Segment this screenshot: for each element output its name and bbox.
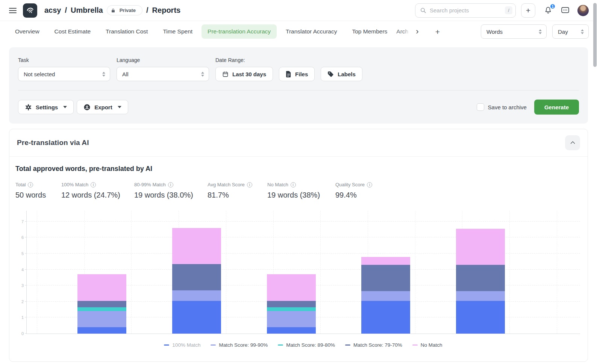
breadcrumb-section[interactable]: Reports <box>152 6 181 15</box>
lock-icon <box>111 8 115 13</box>
panel-divider <box>18 90 579 91</box>
legend-item-match-score-79-70[interactable]: Match Score: 79-70% <box>345 342 402 348</box>
messages-button[interactable] <box>561 6 570 14</box>
y-axis-tick-label: 0 <box>13 331 24 336</box>
search-input[interactable] <box>430 7 502 14</box>
breadcrumb-project[interactable]: Umbrella <box>71 6 103 15</box>
files-filter-button[interactable]: Files <box>279 67 315 81</box>
labels-filter-button[interactable]: Labels <box>321 67 362 81</box>
legend-item-match-score-89-80[interactable]: Match Score: 89-80% <box>278 342 335 348</box>
stat-no-match: No Matchi19 words (38%) <box>267 182 335 199</box>
y-axis-tick-label: 4 <box>13 267 24 272</box>
bar-segment-no-match-bar3 <box>267 274 316 301</box>
file-icon <box>286 71 291 77</box>
date-range-group: Date Range: Last 30 days Files Labels <box>215 57 362 81</box>
bar-segment-100-match-bar5 <box>456 301 505 334</box>
app-logo[interactable] <box>23 3 37 18</box>
download-circle-icon <box>83 104 91 111</box>
info-icon[interactable]: i <box>91 182 96 187</box>
tabs: OverviewCost EstimateTranslation CostTim… <box>9 24 396 39</box>
tab-time-spent[interactable]: Time Spent <box>157 24 198 39</box>
y-axis-tick-label: 3 <box>13 283 24 288</box>
tab-cost-estimate[interactable]: Cost Estimate <box>48 24 97 39</box>
info-icon[interactable]: i <box>291 182 296 187</box>
info-icon[interactable]: i <box>367 182 372 187</box>
calendar-icon <box>222 71 229 77</box>
tab-top-members[interactable]: Top Members <box>346 24 393 39</box>
period-select[interactable]: Day <box>552 24 589 39</box>
tab-pre-translation-accuracy[interactable]: Pre-translation Accuracy <box>202 24 277 39</box>
generate-button[interactable]: Generate <box>534 100 579 115</box>
stat-label: 100% Match <box>61 182 88 187</box>
settings-button[interactable]: Settings <box>18 100 74 114</box>
tab-archive-truncated[interactable]: Arch <box>396 28 410 35</box>
y-axis-tick-label: 2 <box>13 299 24 304</box>
task-select-value: Not selected <box>24 71 55 77</box>
y-axis-tick <box>25 221 27 222</box>
caret-down-icon <box>118 106 121 108</box>
bar-segment-100-match-bar2 <box>172 301 221 334</box>
bar-segment-100-match-bar4 <box>361 301 410 334</box>
chart-controls: Words Day <box>481 24 589 39</box>
bar-segment-match-score-99-90-bar4 <box>361 291 410 301</box>
bar-segment-match-score-79-70-bar5 <box>456 265 505 291</box>
info-icon[interactable]: i <box>168 182 173 187</box>
user-avatar[interactable] <box>577 5 589 16</box>
report-tabbar: OverviewCost EstimateTranslation CostTim… <box>0 21 597 42</box>
legend-item-match-score-99-90[interactable]: Match Score: 99-90% <box>211 342 268 348</box>
chevron-up-icon <box>570 141 575 146</box>
stat-label: No Match <box>267 182 288 187</box>
bar-segment-100-match-bar3 <box>267 327 316 334</box>
language-label: Language <box>117 57 209 63</box>
tab-overview[interactable]: Overview <box>9 24 45 39</box>
chart-plot: 01234567 <box>26 211 580 334</box>
stat-label: Total <box>15 182 26 187</box>
stat-quality-score: Quality Scorei99.4% <box>335 182 372 199</box>
y-axis-tick <box>25 317 27 317</box>
info-icon[interactable]: i <box>28 182 33 187</box>
chat-icon <box>561 6 570 14</box>
unit-select[interactable]: Words <box>481 24 547 39</box>
task-select[interactable]: Not selected <box>18 67 110 81</box>
add-tab-button[interactable]: + <box>433 28 442 36</box>
stat-value: 12 words (24.7%) <box>61 191 134 199</box>
legend-item-no-match[interactable]: No Match <box>412 342 442 348</box>
breadcrumb-org[interactable]: acsy <box>44 6 61 15</box>
legend-color-dash <box>278 344 283 346</box>
legend-color-dash <box>345 344 350 346</box>
gridline-vertical <box>37 211 37 334</box>
language-select[interactable]: All <box>117 67 209 81</box>
stat-value: 50 words <box>15 191 61 199</box>
y-axis-tick <box>25 301 27 302</box>
gridline-vertical <box>320 211 321 334</box>
stat-value: 81.7% <box>208 191 267 199</box>
report-title: Pre-translation via AI <box>17 139 89 147</box>
breadcrumb: acsy / Umbrella Private / Reports <box>42 5 182 15</box>
report-filter-panel: Task Not selected Language All Date Rang… <box>9 47 588 124</box>
tab-translator-accuracy[interactable]: Translator Accuracy <box>280 24 343 39</box>
info-icon[interactable]: i <box>247 182 252 187</box>
search-box[interactable]: / <box>415 3 516 18</box>
save-to-archive-checkbox[interactable] <box>477 103 484 111</box>
bar-segment-match-score-79-70-bar3 <box>267 301 316 307</box>
stat-total: Totali50 words <box>15 182 61 199</box>
gridline-vertical <box>131 211 132 334</box>
app-header: acsy / Umbrella Private / Reports / + 1 <box>0 0 597 21</box>
date-range-button[interactable]: Last 30 days <box>215 67 273 81</box>
hamburger-menu-icon[interactable] <box>9 6 17 15</box>
notifications-button[interactable]: 1 <box>544 6 552 15</box>
y-axis-tick <box>25 333 27 334</box>
tabs-scroll-right-icon[interactable]: › <box>414 27 421 36</box>
stat-label: Avg Match Score <box>208 182 245 187</box>
bar-segment-100-match-bar1 <box>77 327 126 334</box>
task-filter-group: Task Not selected <box>18 57 110 81</box>
tab-translation-cost[interactable]: Translation Cost <box>100 24 154 39</box>
create-project-button[interactable]: + <box>521 3 535 18</box>
export-button[interactable]: Export <box>77 100 128 114</box>
legend-color-dash <box>412 344 418 346</box>
task-label: Task <box>18 57 110 63</box>
legend-item-100-match[interactable]: 100% Match <box>164 342 200 348</box>
page-scrollbar-thumb[interactable] <box>593 3 597 67</box>
gridline-vertical <box>226 211 226 334</box>
collapse-section-button[interactable] <box>565 135 580 150</box>
